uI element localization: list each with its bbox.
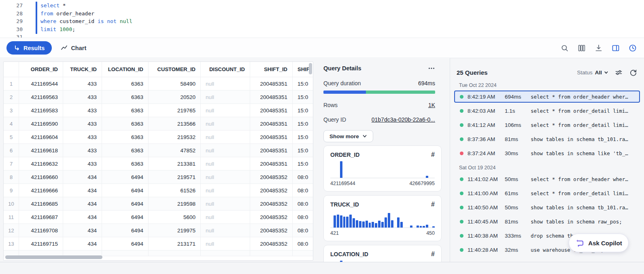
history-query-item[interactable]: 8:42:03 AM1.1sselect * from order_detail… <box>454 105 640 117</box>
table-cell[interactable]: 421169715 <box>19 237 63 251</box>
table-vertical-scrollbar[interactable] <box>309 63 312 74</box>
table-cell[interactable]: 219598 <box>149 197 201 211</box>
table-cell[interactable]: 08:0 <box>293 237 313 251</box>
table-cell[interactable]: 421169563 <box>19 91 63 104</box>
table-cell[interactable]: 20520 <box>149 91 201 104</box>
table-cell[interactable]: 421169685 <box>19 197 63 211</box>
table-cell[interactable]: 421169660 <box>19 171 63 184</box>
column-header[interactable]: CUSTOMER_ID <box>149 62 201 77</box>
download-icon[interactable] <box>594 43 604 53</box>
history-query-item[interactable]: 8:41:12 AM106msselect * from order_detai… <box>454 119 640 131</box>
refresh-icon[interactable] <box>629 68 638 77</box>
table-cell[interactable]: 4 <box>4 117 19 131</box>
table-cell[interactable]: 434 <box>63 224 102 237</box>
table-cell[interactable]: null <box>201 144 250 157</box>
table-cell[interactable]: 200485352 <box>250 211 293 224</box>
table-cell[interactable]: null <box>201 224 250 237</box>
table-cell[interactable]: 6363 <box>102 157 149 171</box>
table-cell[interactable]: 6363 <box>102 144 149 157</box>
table-cell[interactable]: 11 <box>4 211 19 224</box>
table-cell[interactable]: 200485351 <box>250 104 293 117</box>
table-cell[interactable]: 6363 <box>102 131 149 144</box>
table-cell[interactable]: 200485352 <box>250 224 293 237</box>
editor-line[interactable]: 27select * <box>0 2 644 10</box>
table-horizontal-scrollbar[interactable] <box>5 255 102 259</box>
history-query-item[interactable]: 8:37:36 AM81msshow tables in schema tb_1… <box>454 133 640 145</box>
history-clock-icon[interactable] <box>628 43 638 53</box>
table-cell[interactable]: 10 <box>4 197 19 211</box>
table-cell[interactable]: 15:0 <box>293 157 313 171</box>
table-cell[interactable]: 6494 <box>102 184 149 197</box>
table-cell[interactable]: 200485351 <box>250 77 293 91</box>
table-cell[interactable]: 433 <box>63 131 102 144</box>
table-cell[interactable]: 15:0 <box>293 131 313 144</box>
table-cell[interactable]: 12 <box>4 224 19 237</box>
column-header[interactable]: LOCATION_ID <box>102 62 149 77</box>
table-cell[interactable]: 6494 <box>102 211 149 224</box>
table-cell[interactable]: 6363 <box>102 117 149 131</box>
history-query-item[interactable]: 8:37:24 AM30msshow tables in schema like… <box>454 147 640 159</box>
table-cell[interactable]: 434 <box>63 197 102 211</box>
status-filter-dropdown[interactable]: All <box>595 70 608 76</box>
table-cell[interactable]: 421169687 <box>19 211 63 224</box>
numeric-hash-icon[interactable]: # <box>431 152 435 158</box>
table-cell[interactable]: 61526 <box>149 184 201 197</box>
history-query-item[interactable]: 11:40:50 AM50msshow tables in schema tb_… <box>454 201 640 213</box>
more-ellipsis-icon[interactable] <box>428 65 435 72</box>
history-query-item[interactable]: 8:42:19 AM694msselect * from order_heade… <box>454 91 640 103</box>
columns-icon[interactable] <box>577 43 587 53</box>
results-tab-button[interactable]: Results <box>6 41 52 55</box>
table-cell[interactable]: 421169583 <box>19 104 63 117</box>
table-cell[interactable]: null <box>201 91 250 104</box>
table-cell[interactable]: null <box>201 197 250 211</box>
table-cell[interactable]: 6494 <box>102 171 149 184</box>
table-cell[interactable]: 219765 <box>149 104 201 117</box>
table-cell[interactable]: 421169618 <box>19 144 63 157</box>
table-cell[interactable]: null <box>201 104 250 117</box>
table-cell[interactable]: 434 <box>63 171 102 184</box>
table-cell[interactable]: 200485352 <box>250 184 293 197</box>
table-cell[interactable]: 200485351 <box>250 131 293 144</box>
table-cell[interactable]: 8 <box>4 171 19 184</box>
table-cell[interactable]: 15:0 <box>293 104 313 117</box>
table-cell[interactable]: 6494 <box>102 237 149 251</box>
column-header[interactable]: SHIFT_ID <box>250 62 293 77</box>
table-cell[interactable]: null <box>201 131 250 144</box>
table-cell[interactable]: 219532 <box>149 131 201 144</box>
table-cell[interactable]: 5600 <box>149 211 201 224</box>
table-cell[interactable]: null <box>201 117 250 131</box>
table-cell[interactable]: 200485352 <box>250 237 293 251</box>
table-cell[interactable]: 58490 <box>149 77 201 91</box>
table-cell[interactable]: 421169632 <box>19 157 63 171</box>
table-cell[interactable]: 434 <box>63 237 102 251</box>
table-cell[interactable]: 433 <box>63 144 102 157</box>
table-cell[interactable]: 433 <box>63 117 102 131</box>
table-cell[interactable]: 421169604 <box>19 131 63 144</box>
table-cell[interactable]: 15:0 <box>293 117 313 131</box>
ask-copilot-button[interactable]: Ask Copilot <box>569 234 629 252</box>
table-cell[interactable]: 08:0 <box>293 224 313 237</box>
table-cell[interactable]: null <box>201 211 250 224</box>
table-cell[interactable]: 200485352 <box>250 197 293 211</box>
table-cell[interactable]: 47852 <box>149 144 201 157</box>
editor-line[interactable]: 28from order_header <box>0 10 644 18</box>
table-cell[interactable]: 200485351 <box>250 144 293 157</box>
split-panel-icon[interactable] <box>611 43 621 53</box>
table-cell[interactable]: 421169708 <box>19 224 63 237</box>
table-cell[interactable]: null <box>201 237 250 251</box>
history-query-item[interactable]: 11:40:45 AM81msshow tables in schema raw… <box>454 215 640 228</box>
table-cell[interactable]: 433 <box>63 104 102 117</box>
table-cell[interactable]: 421169544 <box>19 77 63 91</box>
table-cell[interactable]: 421169590 <box>19 117 63 131</box>
column-header[interactable]: DISCOUNT_ID <box>201 62 250 77</box>
table-cell[interactable]: 200485352 <box>250 171 293 184</box>
table-cell[interactable]: 1 <box>4 77 19 91</box>
table-cell[interactable]: 433 <box>63 77 102 91</box>
table-cell[interactable]: 421169666 <box>19 184 63 197</box>
table-cell[interactable]: null <box>201 171 250 184</box>
table-cell[interactable]: 2 <box>4 91 19 104</box>
table-cell[interactable]: 219975 <box>149 224 201 237</box>
history-query-item[interactable]: 11:41:00 AM61msselect * from order_detai… <box>454 187 640 199</box>
table-cell[interactable]: 213566 <box>149 117 201 131</box>
numeric-hash-icon[interactable]: # <box>431 251 435 257</box>
